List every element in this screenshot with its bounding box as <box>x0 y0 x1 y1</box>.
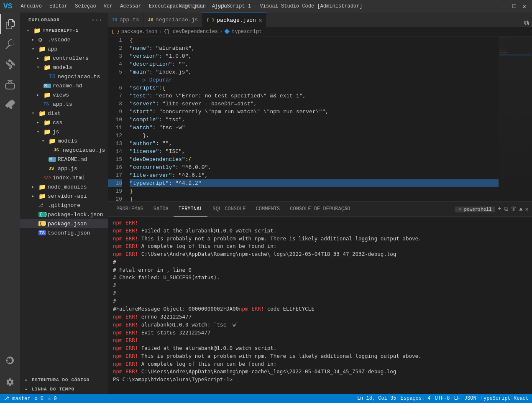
activity-explorer[interactable] <box>0 14 20 34</box>
tree-item-dist[interactable]: ▾ 📁 dist <box>20 109 108 118</box>
expand-arrow: ▸ <box>32 194 38 199</box>
tree-item-gitignore[interactable]: ⎇ .gitignore <box>20 201 108 210</box>
add-terminal-icon[interactable]: + <box>498 205 502 213</box>
status-spaces[interactable]: Espaços: 4 <box>401 395 431 401</box>
panel-tab-output[interactable]: SAÍDA <box>148 202 174 217</box>
terminal-line: npm ERR! <box>113 337 527 344</box>
code-line-7: "test": "echo \"Error: no test specified… <box>130 92 499 100</box>
timeline-section[interactable]: ▸ LINHA DO TEMPO <box>20 385 108 394</box>
tab-app-ts[interactable]: TS app.ts <box>108 13 144 27</box>
code-line-14: "license": "ISC", <box>130 148 499 156</box>
activity-search[interactable] <box>0 34 20 54</box>
panel-tab-comments[interactable]: COMMENTS <box>251 202 285 217</box>
tree-label: app <box>48 46 57 52</box>
tree-item-package-lock[interactable]: { } package-lock.json <box>20 210 108 219</box>
expand-arrow: ▸ <box>37 120 43 125</box>
panel-tab-problems[interactable]: PROBLEMAS <box>111 202 148 217</box>
code-line-1: { <box>130 36 499 44</box>
tree-item-index-html[interactable]: </> index.html <box>20 173 108 182</box>
tree-label: models <box>53 64 72 71</box>
terminal-line: npm ERR! Failed at the alurabank@1.0.0 w… <box>113 344 527 352</box>
activity-git[interactable] <box>0 54 20 74</box>
json-icon: { } <box>38 212 46 217</box>
status-language[interactable]: JSON <box>464 395 476 401</box>
activity-extensions[interactable] <box>0 94 20 115</box>
new-file-icon[interactable]: ··· <box>91 17 103 23</box>
folder-icon: 📁 <box>33 27 41 34</box>
tree-item-tsconfig[interactable]: TS tsconfig.json <box>20 228 108 237</box>
folder-icon: 📁 <box>43 64 51 71</box>
status-eol[interactable]: LF <box>454 395 460 401</box>
close-panel-icon[interactable]: ✕ <box>525 206 529 213</box>
project-root[interactable]: ▾ 📁 TYPESCRIPT-1 <box>20 26 108 35</box>
status-branch[interactable]: ⎇ master <box>3 395 30 402</box>
breadcrumb-icon: { } <box>111 29 120 34</box>
structure-section[interactable]: ▸ ESTRUTURA DO CÓDIGO <box>20 375 108 385</box>
status-errors[interactable]: ⊘ 0 <box>34 395 43 402</box>
tree-item-app-js[interactable]: JS app.js <box>20 164 108 173</box>
menu-item-editar[interactable]: Editar <box>46 3 71 10</box>
expand-arrow: ▸ <box>37 92 43 97</box>
expand-arrow: ▾ <box>32 111 38 116</box>
terminal-line: npm ERR! Exit status 3221225477 <box>113 329 527 337</box>
tree-item-views[interactable]: ▸ 📁 views <box>20 90 108 99</box>
tree-item-node-modules[interactable]: ▸ 📁 node_modules <box>20 182 108 191</box>
maximize-panel-icon[interactable]: ▲ <box>519 206 522 212</box>
tree-item-readme-md[interactable]: M↓ README.md <box>20 155 108 164</box>
panel-tab-terminal[interactable]: TERMINAL <box>174 202 208 217</box>
editor-actions: ⧉ <box>521 19 532 27</box>
tree-item-servidor-api[interactable]: ▸ 📁 servidor-api <box>20 191 108 201</box>
status-ts-version[interactable]: TypeScript React <box>481 395 529 401</box>
kill-terminal-icon[interactable]: 🗑 <box>511 206 517 212</box>
status-position[interactable]: Ln 18, Col 35 <box>357 395 396 401</box>
menu-item-arquivo[interactable]: Arquivo <box>18 3 45 10</box>
tree-item-vscode[interactable]: ▸ ⚙ .vscode <box>20 35 108 44</box>
panel-tab-debug-console[interactable]: CONSOLE DE DEPURAÇÃO <box>285 202 355 217</box>
tree-item-negociacao-js[interactable]: JS negociacao.js <box>20 145 108 155</box>
folder-icon: ⚙ <box>38 36 46 43</box>
tree-item-app[interactable]: ▾ 📁 app <box>20 44 108 54</box>
tree-label: .vscode <box>48 37 71 43</box>
status-warnings[interactable]: ⚠ 0 <box>48 395 57 402</box>
split-editor-icon[interactable]: ⧉ <box>524 19 529 27</box>
tree-item-models-js[interactable]: ▾ 📁 models <box>20 136 108 145</box>
terminal-label-badge: ⚡ powershell <box>455 206 495 212</box>
tab-icon-json: { } <box>207 18 214 23</box>
window-minimize[interactable]: ─ <box>500 3 508 10</box>
menu-item-acessar[interactable]: Acessar <box>117 3 144 10</box>
tree-item-readme[interactable]: M↓ readme.md <box>20 81 108 90</box>
tab-close-button[interactable]: ✕ <box>258 17 262 24</box>
tree-item-negociacao-ts[interactable]: TS negociacao.ts <box>20 72 108 81</box>
status-bar-right: Ln 18, Col 35 Espaços: 4 UTF-8 LF JSON T… <box>357 395 529 401</box>
status-encoding[interactable]: UTF-8 <box>435 395 450 401</box>
tab-label: app.ts <box>120 17 139 23</box>
debug-link[interactable]: ▷ Depurar <box>143 76 172 84</box>
code-line-17: "lite-server": "^2.6.1", <box>130 171 499 179</box>
activity-bar <box>0 13 20 394</box>
tree-item-package-json[interactable]: { } package.json <box>20 219 108 228</box>
terminal-content[interactable]: npm ERR! npm ERR! Failed at the aluraban… <box>108 217 532 394</box>
activity-settings[interactable] <box>0 372 20 392</box>
panel-tab-sql[interactable]: SQL CONSOLE <box>207 202 251 217</box>
tab-package-json[interactable]: { } package.json ✕ <box>202 13 266 27</box>
activity-debug[interactable] <box>0 74 20 94</box>
window-restore[interactable]: □ <box>510 3 518 10</box>
menu-item-ver[interactable]: Ver <box>100 3 116 10</box>
tree-item-js[interactable]: ▾ 📁 js <box>20 127 108 136</box>
activity-remote[interactable] <box>0 350 20 370</box>
tree-item-models[interactable]: ▾ 📁 models <box>20 63 108 72</box>
tree-item-css[interactable]: ▸ 📁 css <box>20 118 108 127</box>
tab-icon-ts: TS <box>112 18 117 22</box>
terminal-line: # <box>113 282 527 290</box>
code-content[interactable]: { "name": "alurabank", "version": "1.0.0… <box>126 36 499 202</box>
tab-negociacao-js[interactable]: JS negociacao.js <box>144 13 202 27</box>
tree-item-app-ts[interactable]: TS app.ts <box>20 99 108 109</box>
split-terminal-icon[interactable]: ⧉ <box>504 206 508 212</box>
terminal-line: # <box>113 290 527 298</box>
code-line-9: "start": "concurrently \"npm run watch\"… <box>130 108 499 116</box>
menu-item-seleção[interactable]: Seleção <box>72 3 99 10</box>
terminal-line: npm ERR! errno 3221225477 <box>113 313 527 321</box>
window-close[interactable]: ✕ <box>520 3 529 10</box>
tree-item-controllers[interactable]: ▸ 📁 controllers <box>20 54 108 63</box>
breadcrumb: { } package.json › {} devDependencies › … <box>108 27 532 36</box>
